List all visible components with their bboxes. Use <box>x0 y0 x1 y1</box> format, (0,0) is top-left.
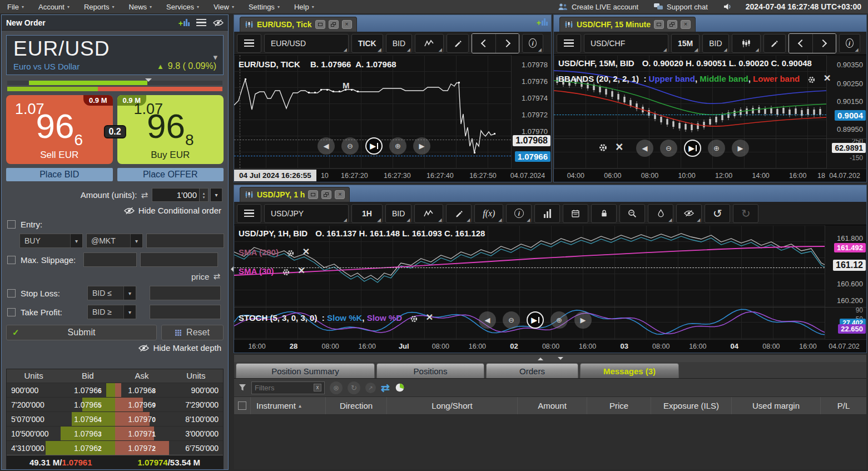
price-axis[interactable]: 1.07978 1.07976 1.07974 1.07972 1.07970 … <box>511 55 551 168</box>
indicators-button[interactable]: f(x)◢ <box>474 204 503 223</box>
go-to-end-button[interactable]: ▶ <box>684 140 701 157</box>
close-button[interactable]: × <box>342 20 352 29</box>
next-button[interactable] <box>495 34 519 53</box>
hide-market-depth-toggle[interactable]: Hide Market depth <box>8 343 221 353</box>
panel-menu-icon[interactable] <box>196 19 206 27</box>
eurusd-tick-tab[interactable]: EUR/USD, Tick × <box>240 17 357 32</box>
positions-table-body[interactable] <box>234 415 866 469</box>
step-back-button[interactable]: ◀ <box>318 137 335 155</box>
tab-messages[interactable]: Messages (3) <box>580 363 679 378</box>
period-select[interactable]: TICK◢ <box>351 34 383 53</box>
entry-checkbox[interactable] <box>7 220 16 229</box>
close-all-positions-button[interactable]: ⊗ <box>330 381 343 394</box>
chart-menu-button[interactable] <box>237 34 261 53</box>
slipp-price-input[interactable] <box>140 252 218 267</box>
usdjpy-time-axis[interactable]: 16:00 28 08:00 16:00 Jul 08:00 16:00 02 … <box>234 339 866 353</box>
close-indicator-icon[interactable]: × <box>616 143 623 152</box>
tab-positions[interactable]: Positions <box>376 363 484 378</box>
instrument-select[interactable]: USD/JPY◢ <box>264 204 349 223</box>
menu-news[interactable]: News▾ <box>122 0 160 13</box>
instrument-selector[interactable]: EUR/USD ▾ Euro vs US Dollar ▲9.8 ( 0.09%… <box>6 35 224 75</box>
column-pl[interactable]: P/L <box>821 397 866 414</box>
close-button[interactable]: × <box>681 20 691 29</box>
stop-loss-condition-select[interactable]: BID ≤▾ <box>87 286 136 300</box>
info-button[interactable]: i◢ <box>522 34 543 53</box>
instrument-select[interactable]: USD/CHF◢ <box>584 34 668 53</box>
chart-menu-button[interactable] <box>237 204 261 223</box>
add-chart-icon[interactable]: + <box>178 19 190 26</box>
visibility-button[interactable]: ◢ <box>676 204 702 223</box>
menu-help[interactable]: Help▾ <box>287 0 321 13</box>
zoom-in-button[interactable]: ⊕ <box>550 311 568 329</box>
column-exposure[interactable]: Exposure (ILS) <box>651 397 732 414</box>
period-select[interactable]: 15M◢ <box>671 34 700 53</box>
zoom-button[interactable] <box>619 204 645 223</box>
gear-icon[interactable] <box>807 76 816 84</box>
chart-type-button[interactable]: ◢ <box>415 34 444 53</box>
collapse-down-icon[interactable] <box>558 357 563 363</box>
take-profit-checkbox[interactable] <box>7 308 16 316</box>
column-instrument[interactable]: Instrument▴ <box>251 397 326 414</box>
next-button[interactable] <box>812 34 836 53</box>
amount-dropdown[interactable]: ▾ <box>210 188 222 202</box>
slippage-pips-input[interactable] <box>83 252 137 267</box>
slippage-checkbox[interactable] <box>7 256 16 264</box>
draw-tool-button[interactable] <box>763 34 786 53</box>
tab-position-summary[interactable]: Position Summary <box>236 363 375 378</box>
step-back-button[interactable]: ◀ <box>636 140 653 157</box>
swap-icon[interactable]: ⇄ <box>213 271 220 281</box>
chevron-down-icon[interactable]: ▾ <box>213 52 217 62</box>
reset-button[interactable]: Reset <box>161 325 224 340</box>
depth-row[interactable]: 4'310'000 1.07962 1.07972 6'750'000 <box>7 440 223 455</box>
minimize-button[interactable] <box>654 20 664 29</box>
amount-input[interactable] <box>152 188 200 202</box>
step-back-button[interactable]: ◀ <box>479 311 496 329</box>
entry-type-select[interactable]: @MKT▾ <box>86 234 143 248</box>
hide-conditional-toggle[interactable]: Hide Conditional order <box>8 206 221 215</box>
clear-filter-icon[interactable]: x <box>314 384 321 391</box>
pie-chart-icon[interactable] <box>395 383 405 393</box>
depth-row[interactable]: 5'070'000 1.07964 1.07970 8'100'000 <box>7 411 223 426</box>
calendar-button[interactable] <box>563 204 588 223</box>
period-select[interactable]: 1H◢ <box>351 204 383 223</box>
side-select[interactable]: BID◢ <box>702 34 728 53</box>
take-profit-condition-select[interactable]: BID ≥▾ <box>87 305 136 319</box>
transfer-icon[interactable]: ⇄ <box>381 381 390 394</box>
menu-reports[interactable]: Reports▾ <box>77 0 122 13</box>
instrument-select[interactable]: EUR/USD◢ <box>264 34 349 53</box>
depth-row[interactable]: 10'500'000 1.07963 1.07971 3'000'000 <box>7 426 223 440</box>
support-chat-link[interactable]: Support chat <box>653 3 708 11</box>
gear-icon[interactable] <box>410 315 418 323</box>
column-direction[interactable]: Direction <box>326 397 387 414</box>
panel-collapse-handle[interactable] <box>229 185 233 353</box>
minimize-button[interactable] <box>315 20 325 29</box>
amount-spinner[interactable]: ▴▾ <box>200 188 209 202</box>
minimize-button[interactable] <box>308 190 318 199</box>
restore-button[interactable] <box>321 190 331 199</box>
zoom-out-button[interactable]: ⊖ <box>503 311 520 329</box>
side-select[interactable]: BID◢ <box>386 34 412 53</box>
depth-row[interactable]: 900'000 1.07966 1.07968 900'000 <box>7 383 223 397</box>
entry-side-select[interactable]: BUY▾ <box>19 234 83 248</box>
draw-tool-button[interactable] <box>447 34 469 53</box>
filters-input[interactable] <box>255 384 314 392</box>
prev-button[interactable] <box>472 34 495 53</box>
restore-button[interactable] <box>667 20 677 29</box>
close-indicator-icon[interactable]: × <box>302 245 309 257</box>
stop-loss-checkbox[interactable] <box>7 289 16 298</box>
menu-settings[interactable]: Settings▾ <box>241 0 287 13</box>
close-indicator-icon[interactable]: × <box>824 71 831 84</box>
side-select[interactable]: BID◢ <box>385 204 411 223</box>
chart-type-button[interactable]: ◢ <box>414 204 443 223</box>
chart-type-button[interactable]: ◢ <box>732 34 761 53</box>
go-to-end-button[interactable]: ▶ <box>527 311 544 329</box>
menu-account[interactable]: Account▾ <box>31 0 77 13</box>
redo-button[interactable]: ↻ <box>733 204 758 223</box>
column-long-short[interactable]: Long/Short <box>387 397 518 414</box>
zoom-out-button[interactable]: ⊖ <box>660 140 677 157</box>
price-axis[interactable]: 0.90350 0.90250 0.90150 0.9004 0.89950 2… <box>826 55 866 168</box>
tick-chart-canvas[interactable]: EUR/USD, TICK B. 1.07966 A. 1.07968 M 1.… <box>234 55 551 168</box>
step-forward-button[interactable]: ▶ <box>413 137 430 155</box>
tick-time-axis[interactable]: 04 Jul 2024 16:26:55 10 16:27:20 16:27:3… <box>234 168 551 182</box>
gear-icon[interactable] <box>598 143 608 152</box>
